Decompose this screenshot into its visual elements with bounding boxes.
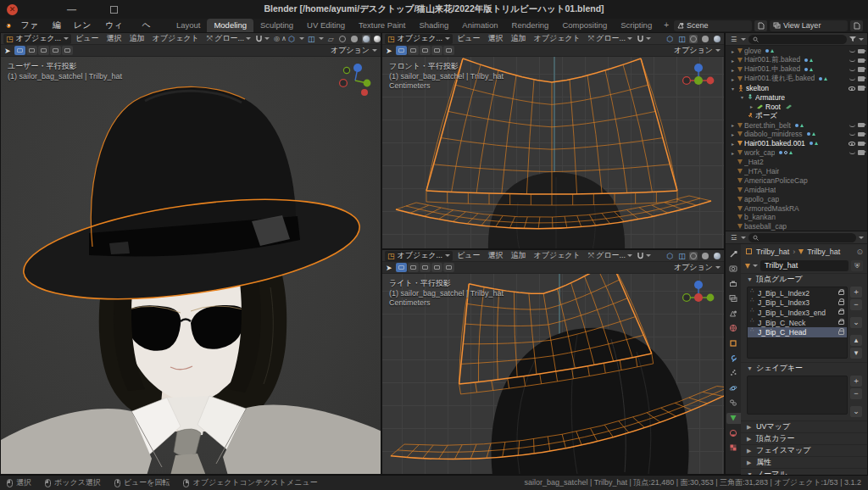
tab-particles-icon[interactable] <box>726 368 741 379</box>
options-button[interactable]: オプション <box>674 262 721 273</box>
minimize-button[interactable]: — <box>67 4 76 14</box>
menu-render[interactable]: レンダー <box>68 19 99 32</box>
gizmos-toggle[interactable]: ⬡ <box>665 34 675 43</box>
outliner-item-apollo-cap[interactable]: apollo_cap <box>726 194 867 203</box>
tab-rendering[interactable]: Rendering <box>505 19 556 32</box>
shading-rendered[interactable] <box>373 34 381 43</box>
view-menu[interactable]: ビュー <box>453 250 483 261</box>
select-set[interactable] <box>396 46 407 55</box>
camera-visibility-icon[interactable] <box>858 67 865 72</box>
outliner-item-root-bone[interactable]: ▸Root <box>726 102 867 111</box>
menu-edit[interactable]: 編集 <box>47 19 68 32</box>
outliner-item-amida-hat[interactable]: AmidaHat <box>726 185 867 194</box>
gizmos-toggle[interactable]: ⬡ <box>287 34 297 43</box>
navigation-gizmo[interactable] <box>337 60 374 97</box>
shading-solid[interactable] <box>700 251 709 260</box>
tab-output-icon[interactable] <box>726 278 741 289</box>
move-group-up-button[interactable]: ▴ <box>850 335 862 346</box>
new-view-layer-button[interactable] <box>850 20 863 31</box>
panel-uv-maps-header[interactable]: ▶UVマップ <box>741 420 867 432</box>
new-scene-button[interactable] <box>754 20 767 31</box>
editor-type-icon[interactable]: ☰ <box>729 35 738 44</box>
options-button[interactable]: オプション <box>674 45 721 56</box>
tab-sculpting[interactable]: Sculpting <box>253 19 300 32</box>
hide-icon[interactable] <box>849 58 855 62</box>
snapping-toggle[interactable] <box>637 252 651 259</box>
outliner-item-armored-mask[interactable]: ArmoredMaskRA <box>726 203 867 213</box>
select-subtract[interactable] <box>38 46 49 55</box>
camera-visibility-icon[interactable] <box>858 49 865 54</box>
camera-visibility-icon[interactable] <box>858 132 865 137</box>
tab-compositing[interactable]: Compositing <box>555 19 614 32</box>
tab-tool-icon[interactable] <box>726 248 741 259</box>
outliner-item-hair-front[interactable]: ▸Hair001.前.baked <box>726 56 867 65</box>
outliner-item-b-kankan[interactable]: b_kankan <box>726 213 867 222</box>
hide-icon[interactable] <box>849 86 855 91</box>
tab-object-icon[interactable] <box>726 338 741 349</box>
object-menu[interactable]: オブジェクト <box>531 250 584 261</box>
tab-texture-paint[interactable]: Texture Paint <box>352 19 412 32</box>
xray-toggle[interactable]: ▱ <box>326 34 336 43</box>
hide-icon[interactable] <box>849 124 855 127</box>
tab-scene-icon[interactable] <box>726 308 741 319</box>
select-tool-icon[interactable]: ➤ <box>4 47 11 55</box>
select-menu[interactable]: 選択 <box>485 33 507 44</box>
lock-open-icon[interactable] <box>838 331 844 335</box>
scene-selector[interactable]: Scene <box>674 20 752 31</box>
select-intersect[interactable] <box>443 46 454 55</box>
vertex-group-row[interactable]: J_Bip_L_Index3_end <box>748 308 847 318</box>
shading-material[interactable] <box>712 251 721 260</box>
shape-keys-list[interactable] <box>747 376 848 415</box>
hide-icon[interactable] <box>849 151 855 154</box>
add-menu[interactable]: 追加 <box>126 33 148 44</box>
pin-icon[interactable]: ⊙ <box>856 248 863 256</box>
menu-help[interactable]: ヘルプ <box>136 19 162 32</box>
outliner-item-baseball-cap[interactable]: baseball_cap <box>726 222 867 231</box>
select-extend[interactable] <box>26 46 37 55</box>
mode-selector[interactable]: ◳オブジェク... <box>385 34 453 44</box>
panel-vertex-groups-header[interactable]: ▼頂点グループ <box>741 273 867 285</box>
navigation-gizmo[interactable] <box>680 60 717 97</box>
snapping-toggle[interactable] <box>255 35 270 42</box>
lock-open-icon[interactable] <box>838 310 844 315</box>
tab-uv-editing[interactable]: UV Editing <box>300 19 352 32</box>
outliner-item-hat2[interactable]: _Hat2 <box>726 158 867 167</box>
trilby-hat[interactable] <box>18 86 366 316</box>
breadcrumb-object[interactable]: Trilby_hat <box>756 248 789 256</box>
tab-render-icon[interactable] <box>726 264 741 275</box>
breadcrumb-data[interactable]: Trilby_hat <box>807 248 840 256</box>
select-menu[interactable]: 選択 <box>485 250 507 261</box>
select-tool-icon[interactable]: ➤ <box>386 264 392 272</box>
select-menu[interactable]: 選択 <box>103 33 125 44</box>
menu-file[interactable]: ファイル <box>14 19 46 32</box>
tab-shading[interactable]: Shading <box>412 19 455 32</box>
close-button[interactable]: ✕ <box>7 4 18 15</box>
outliner-item-armature[interactable]: ▾Armature <box>726 92 867 102</box>
outliner-item-skelton[interactable]: ▾skelton <box>726 84 867 93</box>
add-vertex-group-button[interactable]: ＋ <box>850 287 862 298</box>
snapping-toggle[interactable] <box>637 35 651 42</box>
camera-visibility-icon[interactable] <box>858 123 865 128</box>
remove-vertex-group-button[interactable]: − <box>850 299 862 310</box>
shading-wireframe[interactable] <box>689 35 698 43</box>
hide-icon[interactable] <box>849 77 855 81</box>
shape-key-specials-button[interactable]: ⌄ <box>850 406 862 417</box>
select-extend[interactable] <box>408 46 419 55</box>
select-invert[interactable] <box>50 46 61 55</box>
hide-icon[interactable] <box>849 142 855 146</box>
vertex-group-specials-button[interactable]: ⌄ <box>850 317 862 328</box>
tab-modeling[interactable]: Modeling <box>207 19 253 32</box>
outliner-item-american-police-cap[interactable]: AmericanPoliceCap <box>726 175 867 185</box>
outliner-item-hair-mid[interactable]: ▸Hair001.中.baked <box>726 65 867 75</box>
viewport-front[interactable]: ◳オブジェク... ビュー 選択 追加 オブジェクト ⤧グロー... ⬡ ◫ <box>381 32 725 249</box>
viewport-right[interactable]: ◳オブジェク... ビュー 選択 追加 オブジェクト ⤧グロー... ⬡ ◫ <box>381 249 725 475</box>
overlays-toggle[interactable]: ◫ <box>307 34 316 43</box>
outliner-item-pose[interactable]: ポーズ <box>726 111 867 120</box>
properties-search[interactable] <box>748 233 856 242</box>
transform-orientation[interactable]: ⤧グロー... <box>588 250 632 261</box>
mode-selector[interactable]: ◳オブジェク... <box>385 251 453 261</box>
lock-open-icon[interactable] <box>838 320 844 325</box>
tab-modifiers-icon[interactable] <box>726 353 741 364</box>
lock-open-icon[interactable] <box>838 301 844 305</box>
editor-type-icon[interactable]: ☲ <box>729 233 738 242</box>
